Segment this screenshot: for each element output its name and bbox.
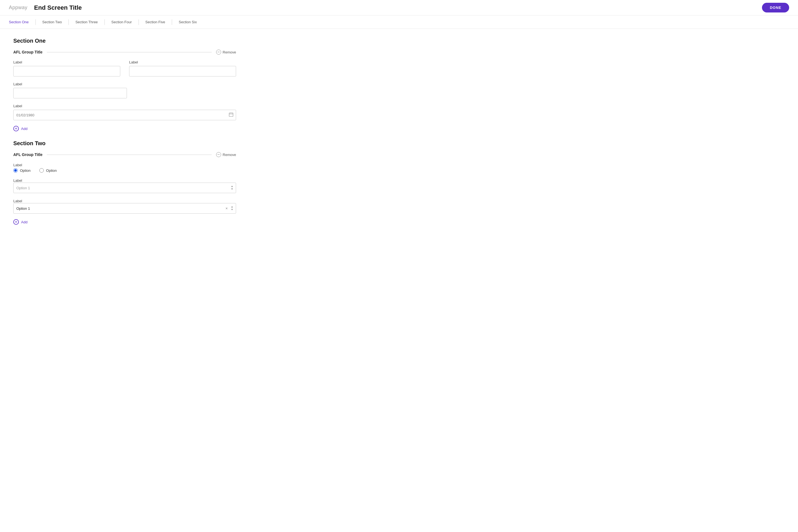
afl-group-one-header: AFL Group Title − Remove xyxy=(13,50,236,55)
radio-label: Label xyxy=(13,163,22,167)
group-one-row-1: Label Label xyxy=(13,60,236,76)
group-two-select-row-1: Label Option 1 Option 2 Option 3 ▲ ▼ xyxy=(13,178,236,193)
afl-group-two: AFL Group Title − Remove Label Option Op… xyxy=(13,152,236,225)
input-label-2[interactable] xyxy=(129,66,236,76)
radio-option-2-label: Option xyxy=(46,169,57,173)
remove-group-one-button[interactable]: − Remove xyxy=(216,50,236,55)
select-2-label: Label xyxy=(13,199,22,203)
radio-input-1[interactable] xyxy=(13,168,18,173)
tab-section-one[interactable]: Section One xyxy=(9,16,29,28)
tab-section-six[interactable]: Section Six xyxy=(179,16,197,28)
radio-input-2[interactable] xyxy=(39,168,44,173)
main-content: Section One AFL Group Title − Remove Lab… xyxy=(0,29,249,237)
tab-section-four[interactable]: Section Four xyxy=(111,16,132,28)
group-one-row-3: Label xyxy=(13,104,236,120)
section-one-heading: Section One xyxy=(13,38,236,44)
input-label-1[interactable] xyxy=(13,66,120,76)
nav-separator xyxy=(69,19,69,25)
select-1-label: Label xyxy=(13,178,22,183)
section-two-heading: Section Two xyxy=(13,140,236,147)
select-2-wrapper: Option 1 Option 2 Option 3 × ▲ ▼ xyxy=(13,203,236,214)
remove-group-two-button[interactable]: − Remove xyxy=(216,152,236,157)
remove-group-two-label: Remove xyxy=(223,153,236,157)
date-wrapper xyxy=(13,110,236,120)
afl-group-two-header: AFL Group Title − Remove xyxy=(13,152,236,157)
tab-section-three[interactable]: Section Three xyxy=(75,16,98,28)
afl-group-one-title: AFL Group Title xyxy=(13,50,42,54)
field-label-1: Label xyxy=(13,60,120,76)
minus-icon: − xyxy=(216,50,221,55)
select-2[interactable]: Option 1 Option 2 Option 3 xyxy=(13,203,236,214)
add-label-section-one: Add xyxy=(21,127,27,131)
tab-section-five[interactable]: Section Five xyxy=(146,16,166,28)
field-label-2: Label xyxy=(129,60,236,76)
radio-group: Option Option xyxy=(13,168,236,173)
add-icon-section-one: + xyxy=(13,126,19,131)
field-label-4-label: Label xyxy=(13,104,236,108)
field-label-2-label: Label xyxy=(129,60,236,64)
date-input[interactable] xyxy=(13,110,236,120)
add-icon-section-two: + xyxy=(13,219,19,225)
select-2-clear-button[interactable]: × xyxy=(225,206,228,210)
section-nav: Section One Section Two Section Three Se… xyxy=(0,16,798,29)
done-button[interactable]: DONE xyxy=(762,3,789,13)
field-label-4: Label xyxy=(13,104,236,120)
add-label-section-two: Add xyxy=(21,220,27,224)
select-1[interactable]: Option 1 Option 2 Option 3 xyxy=(13,183,236,193)
radio-option-1-label: Option xyxy=(20,169,31,173)
minus-icon-two: − xyxy=(216,152,221,157)
group-one-row-2: Label xyxy=(13,82,236,98)
tab-section-two[interactable]: Section Two xyxy=(42,16,62,28)
app-logo: Appway xyxy=(9,5,27,11)
field-label-3: Label xyxy=(13,82,127,98)
group-two-radio-row: Label Option Option xyxy=(13,163,236,173)
select-1-wrapper: Option 1 Option 2 Option 3 ▲ ▼ xyxy=(13,183,236,193)
radio-option-2[interactable]: Option xyxy=(39,168,57,173)
page-title: End Screen Title xyxy=(34,4,762,11)
add-button-section-one[interactable]: + Add xyxy=(13,126,27,131)
nav-separator xyxy=(104,19,105,25)
input-label-3[interactable] xyxy=(13,88,127,98)
nav-separator xyxy=(172,19,172,25)
afl-group-two-line xyxy=(47,155,211,155)
field-label-1-label: Label xyxy=(13,60,120,64)
group-two-select-row-2: Label Option 1 Option 2 Option 3 × ▲ ▼ xyxy=(13,199,236,214)
app-header: Appway End Screen Title DONE xyxy=(0,0,798,16)
nav-separator xyxy=(138,19,139,25)
radio-option-1[interactable]: Option xyxy=(13,168,31,173)
remove-group-one-label: Remove xyxy=(223,50,236,54)
afl-group-one: AFL Group Title − Remove Label Label Lab… xyxy=(13,50,236,131)
afl-group-two-title: AFL Group Title xyxy=(13,152,42,157)
field-label-3-label: Label xyxy=(13,82,127,86)
add-button-section-two[interactable]: + Add xyxy=(13,219,27,225)
